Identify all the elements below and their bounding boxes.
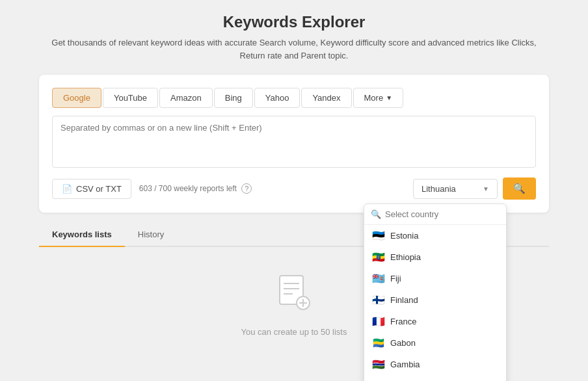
country-search-input[interactable] [385,209,500,219]
upload-icon: 📄 [62,184,72,194]
flag-icon: 🇬🇦 [372,337,385,349]
tab-youtube[interactable]: YouTube [103,88,158,108]
tab-more[interactable]: More ▼ [353,88,404,108]
country-item[interactable]: 🇬🇲Gambia [364,354,506,375]
page-title: Keywords Explorer [39,13,549,31]
country-item[interactable]: 🇫🇷France [364,311,506,332]
chevron-down-icon: ▼ [386,94,392,101]
page-subtitle: Get thousands of relevant keyword ideas … [39,36,549,62]
tab-keywords-lists[interactable]: Keywords lists [39,223,125,247]
bottom-bar: 📄 CSV or TXT 603 / 700 weekly reports le… [52,177,536,200]
chevron-down-icon: ▼ [483,185,489,192]
flag-icon: 🇪🇹 [372,251,385,263]
country-name: Ethiopia [390,252,421,262]
flag-icon: 🇫🇯 [372,272,385,285]
country-item[interactable]: 🇫🇮Finland [364,289,506,311]
country-name: Gabon [390,338,416,348]
help-icon[interactable]: ? [241,183,252,194]
country-item[interactable]: 🇪🇪Estonia [364,225,506,246]
keyword-input[interactable] [52,116,536,168]
engine-tabs-row: Google YouTube Amazon Bing Yahoo Yandex … [52,88,536,108]
country-selector[interactable]: Lithuania ▼ [413,179,498,199]
search-icon: 🔍 [371,209,381,219]
country-name: Fiji [390,274,401,283]
tab-amazon[interactable]: Amazon [159,88,213,108]
country-name: France [390,317,416,326]
country-dropdown: 🔍 🇪🇪Estonia🇪🇹Ethiopia🇫🇯Fiji🇫🇮Finland🇫🇷Fr… [364,204,507,381]
csv-upload-button[interactable]: 📄 CSV or TXT [52,179,131,199]
country-name: Gambia [390,360,420,369]
empty-lists-icon [274,273,314,319]
tab-bing[interactable]: Bing [214,88,253,108]
dropdown-search-row: 🔍 [364,204,506,225]
tab-yandex[interactable]: Yandex [301,88,351,108]
country-name: Finland [390,295,418,305]
empty-state-text: You can create up to 50 lists [241,327,347,337]
flag-icon: 🇬🇲 [372,358,385,371]
flag-icon: 🇫🇮 [372,294,385,306]
tab-history[interactable]: History [125,223,177,247]
right-controls: Lithuania ▼ 🔍 [413,177,536,200]
tab-google[interactable]: Google [52,88,101,108]
country-item[interactable]: 🇫🇯Fiji [364,268,506,289]
country-item[interactable]: 🇬🇪Georgia [364,375,506,381]
country-item[interactable]: 🇪🇹Ethiopia [364,246,506,268]
tab-yahoo[interactable]: Yahoo [254,88,301,108]
main-card: Google YouTube Amazon Bing Yahoo Yandex … [39,75,549,213]
search-button[interactable]: 🔍 [503,177,536,200]
flag-icon: 🇪🇪 [372,230,385,242]
search-icon: 🔍 [513,183,526,194]
flag-icon: 🇫🇷 [372,315,385,328]
country-list: 🇪🇪Estonia🇪🇹Ethiopia🇫🇯Fiji🇫🇮Finland🇫🇷Fran… [364,225,506,381]
country-name: Estonia [390,231,418,241]
reports-remaining: 603 / 700 weekly reports left ? [139,183,252,194]
country-item[interactable]: 🇬🇦Gabon [364,332,506,354]
left-controls: 📄 CSV or TXT 603 / 700 weekly reports le… [52,179,252,199]
